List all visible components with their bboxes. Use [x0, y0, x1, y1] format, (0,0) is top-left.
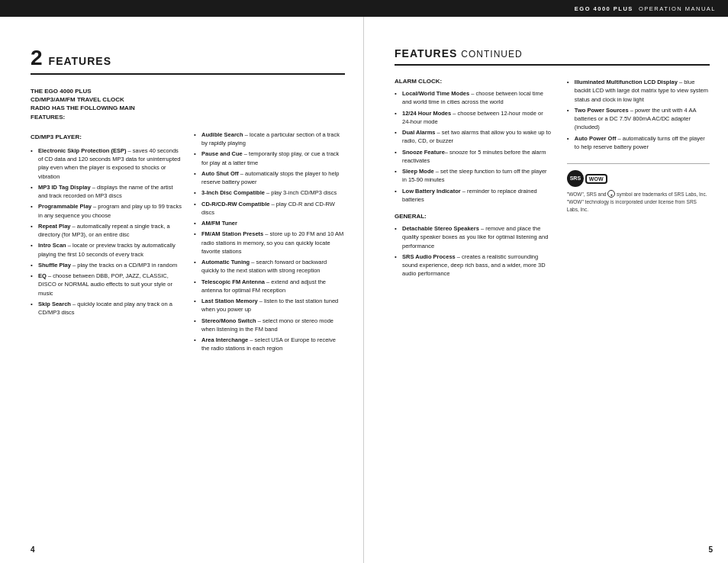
section-heading-left: 2 FEATURES: [31, 47, 345, 69]
list-item: MP3 ID Tag Display – displays the name o…: [31, 183, 182, 201]
list-item: Local/World Time Modes – choose between …: [395, 89, 552, 107]
list-item: Pause and Cue – temporarily stop play, o…: [194, 150, 345, 167]
divider-left: [31, 73, 345, 75]
list-item: Sleep Mode – set the sleep function to t…: [395, 167, 552, 185]
list-item: Shuffle Play – play the tracks on a CD/M…: [31, 261, 182, 269]
srs-logo: SRS WOW: [567, 170, 710, 187]
list-item: SRS Audio Process – creates a realistic …: [395, 253, 552, 278]
list-item: Last Station Memory – listen to the last…: [194, 297, 345, 314]
alarm-heading: ALARM CLOCK:: [395, 78, 552, 85]
product-name: EGO 4000 PLUS: [575, 5, 633, 12]
srs-wow-logo: WOW: [585, 174, 607, 184]
section-title-left: FEATURES: [49, 55, 111, 67]
page-number-left: 4: [31, 545, 35, 554]
list-item: Repeat Play – automatically repeat a sin…: [31, 222, 182, 240]
list-item: Snooze Feature– snooze for 5 minutes bef…: [395, 148, 552, 166]
list-item: Audible Search – locate a particular sec…: [194, 130, 345, 148]
right-panel: FEATURES continued ALARM CLOCK: Local/Wo…: [364, 17, 728, 563]
radio-list: Audible Search – locate a particular sec…: [194, 130, 345, 353]
section-number: 2: [31, 47, 43, 69]
top-bar: EGO 4000 PLUS OPERATION MANUAL: [0, 0, 728, 17]
list-item: AM/FM Tuner: [194, 219, 345, 227]
list-item: Programmable Play – program and play up …: [31, 202, 182, 220]
display-list: Illuminated Multifunction LCD Display – …: [567, 78, 710, 151]
srs-box: SRS WOW "WOW", SRS and ● symbol are trad…: [567, 163, 710, 219]
list-item: Automatic Tuning – search forward or bac…: [194, 258, 345, 275]
page-number-right: 5: [708, 545, 713, 554]
intro-block: THE EGO 4000 PLUS CD/MP3/AM/FM TRAVEL CL…: [31, 87, 345, 121]
intro-text: THE EGO 4000 PLUS CD/MP3/AM/FM TRAVEL CL…: [31, 87, 345, 121]
list-item: Skip Search – quickly locate and play an…: [31, 300, 182, 317]
section-title-right: FEATURES continued: [395, 47, 523, 60]
divider-right: [395, 64, 710, 66]
general-list: Detachable Stereo Speakers – remove and …: [395, 224, 552, 278]
alarm-section: ALARM CLOCK: Local/World Time Modes – ch…: [395, 78, 552, 204]
list-item: Dual Alarms – set two alarms that allow …: [395, 128, 552, 146]
section-heading-right: FEATURES continued: [395, 47, 710, 60]
list-item: Stereo/Mono Switch – select mono or ster…: [194, 317, 345, 334]
left-panel: 2 FEATURES THE EGO 4000 PLUS CD/MP3/AM/F…: [0, 17, 364, 563]
list-item: Electronic Skip Protection (ESP) – saves…: [31, 146, 182, 181]
list-item: Auto Power Off – automatically turns off…: [567, 134, 710, 152]
main-content: 2 FEATURES THE EGO 4000 PLUS CD/MP3/AM/F…: [0, 17, 728, 563]
list-item: EQ – choose between DBB, POP, JAZZ, CLAS…: [31, 272, 182, 298]
cd-heading: CD/MP3 PLAYER:: [31, 134, 182, 140]
list-item: Area Interchange – select USA or Europe …: [194, 336, 345, 353]
list-item: FM/AM Station Presets – store up to 20 F…: [194, 230, 345, 256]
list-item: Illuminated Multifunction LCD Display – …: [567, 78, 710, 104]
general-section: GENERAL: Detachable Stereo Speakers – re…: [395, 213, 552, 278]
alarm-list: Local/World Time Modes – choose between …: [395, 89, 552, 204]
list-item: Telescopic FM Antenna – extend and adjus…: [194, 278, 345, 295]
list-item: Intro Scan – locate or preview tracks by…: [31, 241, 182, 259]
srs-circle-logo: SRS: [567, 170, 584, 187]
manual-label: OPERATION MANUAL: [639, 5, 716, 12]
list-item: Two Power Sources – power the unit with …: [567, 106, 710, 132]
general-heading: GENERAL:: [395, 213, 552, 220]
list-item: Auto Shut Off – automatically stops the …: [194, 169, 345, 187]
list-item: Low Battery Indicator – reminder to repl…: [395, 187, 552, 204]
list-item: Detachable Stereo Speakers – remove and …: [395, 224, 552, 250]
list-item: CD-R/CD-RW Compatible – play CD-R and CD…: [194, 200, 345, 217]
list-item: 3-Inch Disc Compatible – play 3-inch CD/…: [194, 188, 345, 197]
cd-list: Electronic Skip Protection (ESP) – saves…: [31, 146, 182, 317]
manual-title: EGO 4000 PLUS OPERATION MANUAL: [575, 5, 716, 12]
list-item: 12/24 Hour Modes – choose between 12-hou…: [395, 109, 552, 127]
srs-trademark-text: "WOW", SRS and ● symbol are trademarks o…: [567, 190, 710, 213]
